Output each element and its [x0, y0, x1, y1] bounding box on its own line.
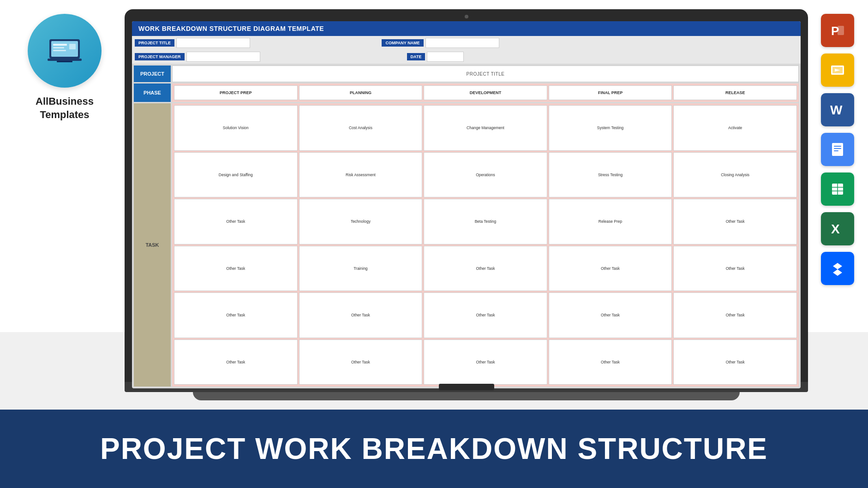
word-icon[interactable]: W: [821, 93, 854, 126]
task-cell: Other Task: [299, 292, 423, 338]
date-label: DATE: [407, 53, 425, 60]
task-cell: Other Task: [673, 292, 797, 338]
wbs-info-row-1: PROJECT TITLE COMPANY NAME: [132, 36, 801, 50]
svg-text:X: X: [831, 222, 840, 236]
task-cell: System Testing: [549, 105, 672, 151]
task-cell: Design and Staffing: [174, 152, 298, 198]
svg-rect-21: [834, 150, 838, 151]
project-row: PROJECT PROJECT TITLE: [134, 65, 799, 82]
svg-rect-6: [48, 59, 82, 61]
docs-svg: [827, 139, 848, 160]
task-cell: Other Task: [424, 339, 547, 385]
laptop-trackpad: [439, 384, 494, 390]
wbs-info-row-2: PROJECT MANAGER DATE: [132, 50, 801, 64]
laptop-screen-outer: WORK BREAKDOWN STRUCTURE DIAGRAM TEMPLAT…: [125, 9, 808, 382]
task-cell: Other Task: [424, 246, 547, 292]
task-col-4: System Testing Stress Testing Release Pr…: [549, 105, 672, 385]
task-cell: Activate: [673, 105, 797, 151]
project-label: PROJECT: [134, 65, 171, 82]
svg-rect-4: [53, 50, 66, 51]
wbs-body: PROJECT PROJECT TITLE PHASE PROJECT PREP…: [132, 64, 801, 388]
wbs-title: WORK BREAKDOWN STRUCTURE DIAGRAM TEMPLAT…: [132, 21, 801, 36]
project-manager-label: PROJECT MANAGER: [135, 53, 185, 60]
project-title-cell: PROJECT TITLE: [172, 65, 799, 82]
task-cell: Stress Testing: [549, 152, 672, 198]
powerpoint-icon[interactable]: P: [821, 14, 854, 47]
task-cell: Other Task: [549, 246, 672, 292]
task-cell: Other Task: [549, 339, 672, 385]
excel-icon[interactable]: X: [821, 212, 854, 245]
laptop-stand: [193, 392, 740, 400]
project-title-label: PROJECT TITLE: [135, 39, 174, 47]
task-label: TASK: [134, 103, 171, 387]
project-title-field: PROJECT TITLE: [135, 38, 250, 48]
task-cell: Other Task: [673, 199, 797, 244]
task-columns: Solution Vision Design and Staffing Othe…: [172, 103, 799, 387]
date-value[interactable]: [427, 52, 464, 62]
task-cell: Cost Analysis: [299, 105, 423, 151]
google-sheets-icon[interactable]: [821, 173, 854, 206]
brand-icon: [44, 30, 85, 71]
svg-rect-10: [838, 26, 844, 35]
right-icons-panel: P W: [821, 14, 854, 285]
company-name-label: COMPANY NAME: [382, 39, 423, 47]
task-cell: Other Task: [424, 292, 547, 338]
task-cell: Other Task: [299, 339, 423, 385]
task-cell: Training: [299, 246, 423, 292]
task-cell: Other Task: [673, 246, 797, 292]
laptop-frame: WORK BREAKDOWN STRUCTURE DIAGRAM TEMPLAT…: [125, 9, 808, 400]
phase-planning: PLANNING: [299, 85, 423, 100]
sheets-svg: [827, 179, 848, 199]
task-col-5: Activate Closing Analysis Other Task Oth…: [673, 105, 797, 385]
task-col-1: Solution Vision Design and Staffing Othe…: [174, 105, 298, 385]
phase-label: PHASE: [134, 83, 171, 102]
dropbox-icon[interactable]: [821, 252, 854, 285]
company-name-value[interactable]: [425, 38, 499, 48]
brand-area: AllBusiness Templates: [14, 14, 115, 121]
company-name-field: COMPANY NAME: [382, 38, 499, 48]
google-docs-icon[interactable]: [821, 133, 854, 166]
svg-rect-18: [832, 143, 843, 156]
project-manager-value[interactable]: [186, 52, 260, 62]
brand-name: AllBusiness Templates: [36, 95, 94, 121]
project-manager-field: PROJECT MANAGER: [135, 52, 260, 62]
phase-cells: PROJECT PREP PLANNING DEVELOPMENT FINAL …: [172, 83, 799, 102]
task-col-2: Cost Analysis Risk Assessment Technology…: [299, 105, 423, 385]
excel-svg: X: [827, 219, 848, 239]
phase-release: RELEASE: [673, 85, 797, 100]
phase-final-prep: FINAL PREP: [549, 85, 672, 100]
word-svg: W: [827, 100, 848, 120]
svg-rect-3: [53, 47, 64, 48]
project-title-value[interactable]: [176, 38, 250, 48]
phase-row: PHASE PROJECT PREP PLANNING DEVELOPMENT …: [134, 83, 799, 102]
dropbox-svg: [827, 258, 848, 279]
svg-text:W: W: [830, 103, 843, 117]
task-cell: Risk Assessment: [299, 152, 423, 198]
ppt-svg: P: [827, 20, 848, 41]
bottom-banner: PROJECT WORK BREAKDOWN STRUCTURE: [0, 410, 868, 488]
task-cell: Other Task: [174, 199, 298, 244]
svg-rect-7: [57, 61, 72, 62]
tasks-area: TASK Solution Vision Design and Staffing…: [134, 103, 799, 387]
svg-rect-20: [834, 148, 841, 149]
svg-rect-2: [53, 44, 67, 46]
task-cell: Closing Analysis: [673, 152, 797, 198]
svg-rect-5: [69, 44, 76, 49]
task-col-3: Change Management Operations Beta Testin…: [424, 105, 547, 385]
wbs-diagram: WORK BREAKDOWN STRUCTURE DIAGRAM TEMPLAT…: [132, 21, 801, 388]
task-cell: Change Management: [424, 105, 547, 151]
svg-rect-19: [834, 146, 841, 147]
task-cell: Other Task: [174, 339, 298, 385]
task-cell: Other Task: [673, 339, 797, 385]
task-cell: Other Task: [174, 246, 298, 292]
task-cell: Other Task: [174, 292, 298, 338]
laptop-camera: [465, 15, 468, 18]
date-field: DATE: [407, 52, 464, 62]
phase-development: DEVELOPMENT: [424, 85, 547, 100]
task-cell: Beta Testing: [424, 199, 547, 244]
slides-svg: [827, 60, 848, 80]
task-cell: Operations: [424, 152, 547, 198]
laptop-screen: WORK BREAKDOWN STRUCTURE DIAGRAM TEMPLAT…: [132, 21, 801, 388]
google-slides-icon[interactable]: [821, 54, 854, 87]
task-cell: Solution Vision: [174, 105, 298, 151]
